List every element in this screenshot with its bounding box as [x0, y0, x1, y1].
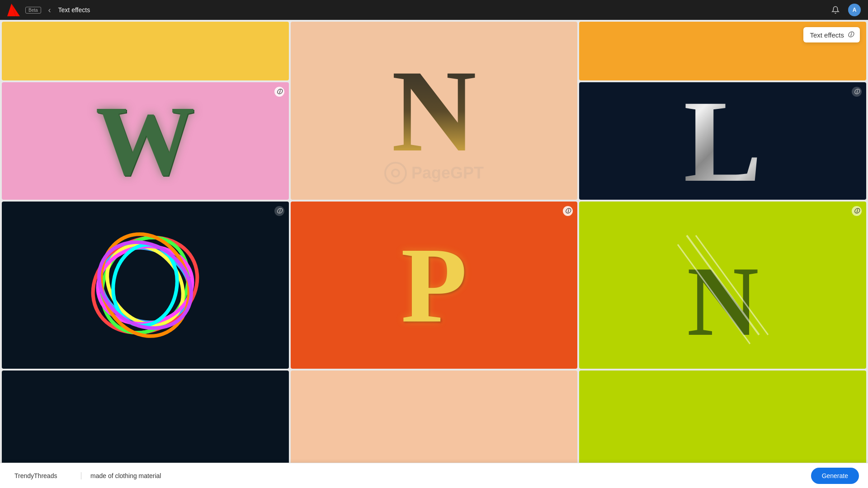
letter-n-display: N — [392, 43, 476, 178]
letter-w-display: W — [95, 84, 195, 198]
text-effects-info-icon[interactable]: ⓘ — [848, 31, 854, 39]
svg-text:N: N — [687, 246, 759, 353]
gallery-grid: N Text effects ⓘ ⓘ W ⓘ L ⓘ — [0, 20, 868, 488]
gallery-item-letter-n[interactable]: N — [291, 22, 578, 200]
letter-n-art: N — [291, 22, 578, 200]
gallery-item-lime[interactable]: ⓘ N — [579, 202, 866, 369]
text-label: TrendyThreads — [9, 472, 81, 479]
wires-art — [2, 202, 289, 369]
gallery-item-metal-l[interactable]: ⓘ L — [579, 82, 866, 200]
gallery-item-popcorn-p[interactable]: ⓘ P — [291, 202, 578, 369]
wires-svg — [77, 213, 213, 357]
beta-badge: Beta — [25, 7, 41, 14]
gallery-item-moss-w[interactable]: ⓘ W — [2, 82, 289, 200]
text-effects-label-text: Text effects — [810, 31, 844, 39]
prompt-input[interactable] — [81, 472, 811, 479]
lime-svg: N — [660, 217, 786, 353]
gallery-item-orange-top[interactable]: Text effects ⓘ — [579, 22, 866, 80]
user-avatar[interactable]: A — [848, 4, 861, 16]
text-effects-badge: Text effects ⓘ — [803, 27, 860, 42]
letter-l-display: L — [684, 82, 762, 200]
gallery-item-yellow-top[interactable] — [2, 22, 289, 80]
letter-w-art: W — [2, 82, 289, 200]
letter-p-display: P — [401, 223, 467, 347]
nav-icons: A — [830, 4, 861, 16]
main-content: N Text effects ⓘ ⓘ W ⓘ L ⓘ — [0, 20, 868, 488]
back-button[interactable]: ‹ — [47, 4, 53, 17]
svg-point-9 — [82, 225, 208, 346]
adobe-logo — [7, 4, 20, 16]
gallery-item-wires[interactable]: ⓘ — [2, 202, 289, 369]
top-navigation: Beta ‹ Text effects A — [0, 0, 868, 20]
bottom-bar: TrendyThreads Generate — [0, 463, 868, 488]
letter-p-art: P — [291, 202, 578, 369]
generate-button[interactable]: Generate — [811, 468, 859, 484]
letter-l-art: L — [579, 82, 866, 200]
notification-icon[interactable] — [830, 5, 841, 15]
nav-title: Text effects — [58, 6, 90, 14]
lime-art: N — [579, 202, 866, 369]
